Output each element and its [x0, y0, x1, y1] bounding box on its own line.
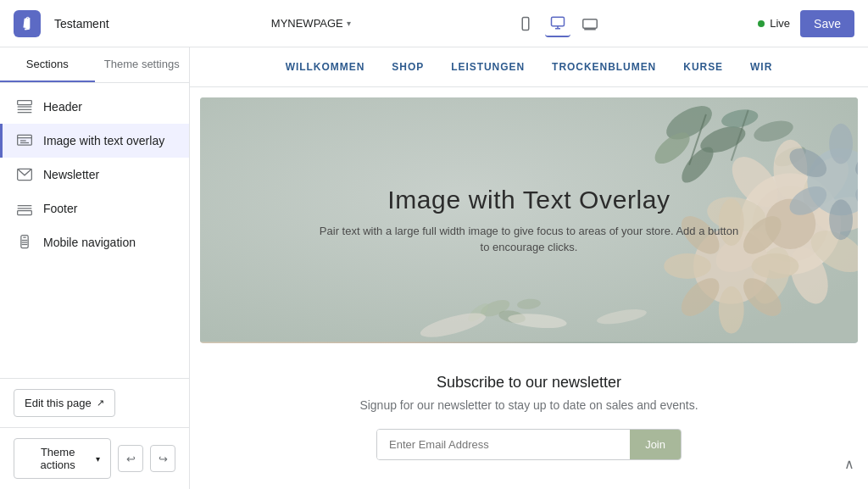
- newsletter-icon: [16, 166, 33, 183]
- nav-item-shop[interactable]: SHOP: [392, 61, 424, 73]
- sidebar: Sections Theme settings Header: [0, 47, 190, 489]
- sidebar-item-mobile-nav[interactable]: Mobile navigation: [0, 225, 189, 259]
- collapse-button[interactable]: ∧: [844, 456, 854, 472]
- svg-rect-13: [18, 135, 32, 145]
- hero-overlay: Image with Text Overlay Pair text with a…: [200, 97, 858, 343]
- nav-item-willkommen[interactable]: WILLKOMMEN: [286, 61, 365, 73]
- tab-theme-settings[interactable]: Theme settings: [95, 47, 190, 82]
- header-icon: [16, 98, 33, 115]
- hero-subtitle: Pair text with a large full width image …: [317, 223, 741, 256]
- widescreen-icon: [582, 16, 598, 31]
- newsletter-join-button[interactable]: Join: [630, 430, 681, 459]
- store-nav: WILLKOMMEN SHOP LEISTUNGEN TROCKENBLUMEN…: [190, 47, 868, 87]
- device-icons: [513, 10, 603, 37]
- external-link-icon: ↗: [97, 397, 104, 408]
- sidebar-tabs: Sections Theme settings: [0, 47, 189, 83]
- tab-sections[interactable]: Sections: [0, 47, 95, 82]
- newsletter-title: Subscribe to our newsletter: [217, 374, 841, 392]
- widescreen-device-button[interactable]: [577, 11, 603, 36]
- sidebar-item-footer[interactable]: Footer: [0, 192, 189, 225]
- chevron-up-icon: ∧: [844, 457, 854, 471]
- nav-item-kurse[interactable]: KURSE: [683, 61, 723, 73]
- nav-item-trockenblumen[interactable]: TROCKENBLUMEN: [552, 61, 656, 73]
- edit-page-button[interactable]: Edit this page ↗: [14, 389, 115, 417]
- top-bar: Testament MYNEWPAGE ▾: [0, 0, 868, 47]
- edit-page-label: Edit this page: [25, 397, 92, 409]
- preview-content: WILLKOMMEN SHOP LEISTUNGEN TROCKENBLUMEN…: [190, 47, 868, 489]
- svg-rect-5: [583, 19, 598, 28]
- hero-section: Image with Text Overlay Pair text with a…: [200, 97, 858, 343]
- svg-rect-2: [552, 17, 565, 26]
- sidebar-item-image-overlay-label: Image with text overlay: [43, 134, 164, 147]
- undo-icon: ↩: [126, 453, 136, 465]
- image-overlay-icon: [16, 132, 33, 149]
- theme-actions-button[interactable]: Theme actions ▾: [14, 438, 111, 479]
- live-dot: [758, 20, 765, 27]
- edit-page-area: Edit this page ↗: [0, 378, 189, 427]
- theme-actions-area: Theme actions ▾ ↩ ↪: [0, 427, 189, 489]
- shopify-logo: [14, 10, 41, 37]
- save-button[interactable]: Save: [800, 10, 854, 37]
- preview-area: WILLKOMMEN SHOP LEISTUNGEN TROCKENBLUMEN…: [190, 47, 868, 489]
- mobile-icon: [518, 16, 533, 31]
- sidebar-item-footer-label: Footer: [43, 202, 77, 215]
- page-selector[interactable]: MYNEWPAGE ▾: [264, 12, 358, 35]
- hero-title: Image with Text Overlay: [387, 186, 670, 214]
- svg-rect-20: [18, 211, 32, 215]
- sidebar-items: Header Image with text overlay Newslet: [0, 83, 189, 378]
- desktop-device-button[interactable]: [545, 10, 570, 37]
- sidebar-item-newsletter-label: Newsletter: [43, 168, 99, 181]
- theme-actions-label: Theme actions: [25, 446, 91, 471]
- mobile-device-button[interactable]: [513, 11, 538, 36]
- main-layout: Sections Theme settings Header: [0, 47, 868, 489]
- sidebar-item-header[interactable]: Header: [0, 90, 189, 124]
- page-name: MYNEWPAGE: [271, 17, 343, 30]
- footer-icon: [16, 200, 33, 217]
- redo-button[interactable]: ↪: [150, 445, 175, 472]
- nav-item-wir[interactable]: WIR: [750, 61, 772, 73]
- chevron-down-icon: ▾: [347, 19, 351, 28]
- undo-button[interactable]: ↩: [118, 445, 143, 472]
- desktop-icon: [550, 15, 565, 31]
- redo-icon: ↪: [159, 453, 168, 465]
- svg-rect-9: [18, 101, 32, 105]
- theme-actions-chevron-icon: ▾: [96, 454, 100, 464]
- newsletter-email-input[interactable]: [377, 430, 630, 459]
- newsletter-subtitle: Signup for our newsletter to stay up to …: [217, 398, 841, 412]
- svg-rect-0: [522, 17, 529, 30]
- newsletter-form: Join: [376, 429, 682, 460]
- mobile-nav-icon: [16, 234, 33, 251]
- newsletter-section: Subscribe to our newsletter Signup for o…: [190, 353, 868, 481]
- sidebar-item-mobile-nav-label: Mobile navigation: [43, 236, 136, 249]
- live-badge: Live: [758, 17, 790, 30]
- nav-item-leistungen[interactable]: LEISTUNGEN: [451, 61, 525, 73]
- top-bar-right: Live Save: [758, 10, 854, 37]
- sidebar-item-newsletter[interactable]: Newsletter: [0, 158, 189, 192]
- live-label: Live: [770, 17, 790, 30]
- store-name: Testament: [54, 17, 109, 31]
- sidebar-item-image-overlay[interactable]: Image with text overlay: [0, 124, 189, 158]
- sidebar-item-header-label: Header: [43, 100, 82, 114]
